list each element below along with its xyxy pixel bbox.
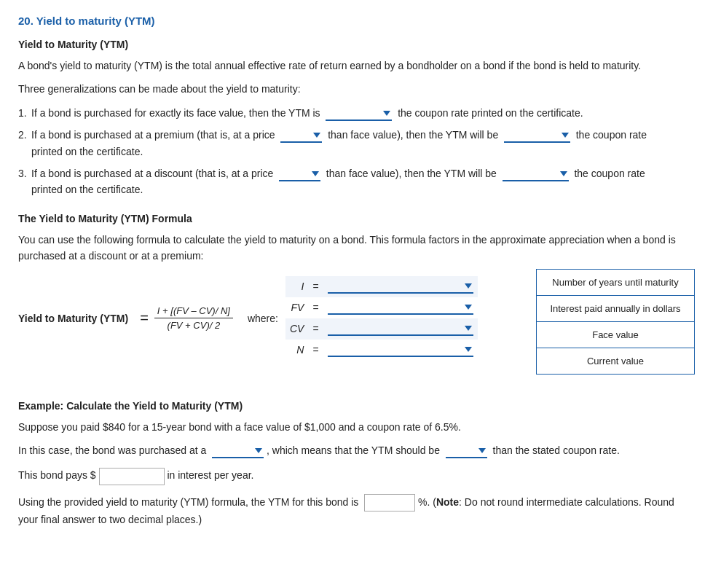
list-content: If a bond is purchased at a discount (th… xyxy=(31,165,695,198)
page-heading: Yield to Maturity (YTM) xyxy=(18,39,695,50)
variables-table: I = Interest paid annually in dollars Nu… xyxy=(285,276,478,361)
var-FV-dropdown-cell: Face value Interest paid annually in dol… xyxy=(323,297,478,318)
example-desc: Suppose you paid $840 for a 15-year bond… xyxy=(18,419,695,435)
list-content: If a bond is purchased for exactly its f… xyxy=(31,105,695,121)
example-section: Example: Calculate the Yield to Maturity… xyxy=(18,400,695,528)
bond-interest-input[interactable] xyxy=(99,468,165,485)
formula-row: Yield to Maturity (YTM) = I + [(FV – CV)… xyxy=(18,276,520,361)
equals-sign: = xyxy=(140,310,149,326)
var-row-N: N = Number of years until maturity Inter… xyxy=(285,340,478,361)
list-num: 3. xyxy=(18,165,31,198)
dropdown-premium-ytm[interactable]: greater than less than equal to xyxy=(504,129,570,143)
var-row-CV: CV = Current value Face value Interest p… xyxy=(285,318,478,340)
example-line1: In this case, the bond was purchased at … xyxy=(18,442,695,458)
dropdown-premium-price[interactable]: higher lower xyxy=(280,129,322,143)
var-N-dropdown-cell: Number of years until maturity Interest … xyxy=(323,340,478,361)
ytm-result-input[interactable] xyxy=(364,494,415,511)
example-line3: Using the provided yield to maturity (YT… xyxy=(18,494,695,528)
list-item: 2. If a bond is purchased at a premium (… xyxy=(18,127,695,160)
legend-box: Number of years until maturity Interest … xyxy=(536,269,695,375)
ytm-fraction: I + [(FV – CV)/ N] (FV + CV)/ 2 xyxy=(154,305,233,331)
var-CV-dropdown[interactable]: Current value Face value Interest paid a… xyxy=(328,322,473,336)
example-line2: This bond pays $ in interest per year. xyxy=(18,467,695,485)
var-row-FV: FV = Face value Interest paid annually i… xyxy=(285,297,478,318)
var-I-label: I xyxy=(301,281,304,292)
fraction-denominator: (FV + CV)/ 2 xyxy=(165,318,224,331)
example-heading: Example: Calculate the Yield to Maturity… xyxy=(18,400,695,412)
formula-section: The Yield to Maturity (YTM) Formula You … xyxy=(18,213,695,385)
formula-heading: The Yield to Maturity (YTM) Formula xyxy=(18,213,695,224)
ytm-label: Yield to Maturity (YTM) xyxy=(18,313,128,324)
var-N-equals: = xyxy=(312,344,318,356)
var-FV-label: FV xyxy=(291,302,304,313)
var-CV-dropdown-cell: Current value Face value Interest paid a… xyxy=(323,318,478,340)
formula-container: Yield to Maturity (YTM) = I + [(FV – CV)… xyxy=(18,276,695,385)
var-I-equals: = xyxy=(312,281,318,292)
list-num: 1. xyxy=(18,105,31,121)
where-label: where: xyxy=(248,313,278,324)
list-item: 3. If a bond is purchased at a discount … xyxy=(18,165,695,198)
var-I-dropdown[interactable]: Interest paid annually in dollars Number… xyxy=(328,280,473,294)
var-I-dropdown-cell: Interest paid annually in dollars Number… xyxy=(323,276,478,297)
legend-item-N: Number of years until maturity xyxy=(537,270,694,296)
section-title: 20. Yield to maturity (YTM) xyxy=(18,15,695,27)
var-N-label: N xyxy=(296,344,304,356)
dropdown-equal-rate[interactable]: equal to greater than less than xyxy=(326,107,392,121)
example-ytm-direction-dropdown[interactable]: higher lower xyxy=(446,444,487,458)
var-CV-label: CV xyxy=(290,323,304,334)
legend-item-CV: Current value xyxy=(537,348,694,374)
dropdown-discount-ytm[interactable]: greater than less than equal to xyxy=(503,168,569,181)
generalizations-list: 1. If a bond is purchased for exactly it… xyxy=(18,105,695,198)
legend-item-I: Interest paid annually in dollars xyxy=(537,296,694,322)
dropdown-discount-price[interactable]: lower higher xyxy=(279,168,320,181)
var-FV-dropdown[interactable]: Face value Interest paid annually in dol… xyxy=(328,301,473,315)
note-label: Note xyxy=(436,496,459,508)
var-row-I: I = Interest paid annually in dollars Nu… xyxy=(285,276,478,297)
list-item: 1. If a bond is purchased for exactly it… xyxy=(18,105,695,121)
list-content: If a bond is purchased at a premium (tha… xyxy=(31,127,695,160)
intro-p1: A bond's yield to maturity (YTM) is the … xyxy=(18,58,695,74)
fraction-numerator: I + [(FV – CV)/ N] xyxy=(154,305,233,318)
var-N-dropdown[interactable]: Number of years until maturity Interest … xyxy=(328,343,473,357)
legend-item-FV: Face value xyxy=(537,322,694,348)
formula-desc: You can use the following formula to cal… xyxy=(18,232,695,264)
var-CV-equals: = xyxy=(312,323,318,334)
var-FV-equals: = xyxy=(312,302,318,313)
example-purchase-type-dropdown[interactable]: discount premium xyxy=(212,444,264,458)
intro-p2: Three generalizations can be made about … xyxy=(18,81,695,97)
list-num: 2. xyxy=(18,127,31,160)
